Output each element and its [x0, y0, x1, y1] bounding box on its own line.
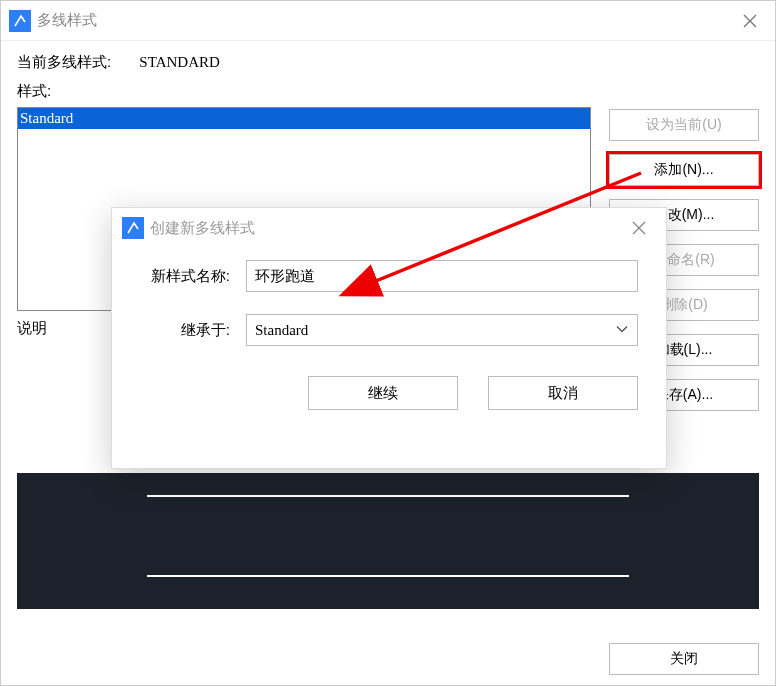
current-style-row: 当前多线样式: STANDARD [17, 53, 759, 72]
preview-panel [17, 473, 759, 609]
app-icon [122, 217, 144, 239]
new-name-input[interactable] [246, 260, 638, 292]
continue-button[interactable]: 继续 [308, 376, 458, 410]
set-current-button[interactable]: 设为当前(U) [609, 109, 759, 141]
inner-footer: 继续 取消 [112, 368, 666, 410]
inner-title: 创建新多线样式 [150, 219, 255, 238]
add-button[interactable]: 添加(N)... [609, 154, 759, 186]
main-title: 多线样式 [37, 11, 97, 30]
close-icon[interactable] [622, 211, 656, 245]
new-name-row: 新样式名称: [140, 260, 638, 292]
current-style-label: 当前多线样式: [17, 53, 111, 72]
inherit-label: 继承于: [140, 321, 246, 340]
app-icon [9, 10, 31, 32]
inherit-row: 继承于: Standard [140, 314, 638, 346]
inherit-select[interactable]: Standard [246, 314, 638, 346]
chevron-down-icon [616, 323, 628, 338]
inherit-value: Standard [255, 322, 308, 339]
styles-label: 样式: [17, 82, 759, 101]
new-name-label: 新样式名称: [140, 267, 246, 286]
current-style-value: STANDARD [139, 54, 219, 70]
close-icon[interactable] [733, 4, 767, 38]
create-style-dialog: 创建新多线样式 新样式名称: 继承于: Standard 继续 [111, 207, 667, 469]
main-footer: 关闭 [1, 643, 775, 675]
list-item[interactable]: Standard [18, 108, 590, 129]
inner-titlebar: 创建新多线样式 [112, 208, 666, 248]
close-button[interactable]: 关闭 [609, 643, 759, 675]
main-titlebar: 多线样式 [1, 1, 775, 41]
cancel-button[interactable]: 取消 [488, 376, 638, 410]
inner-body: 新样式名称: 继承于: Standard [112, 248, 666, 346]
